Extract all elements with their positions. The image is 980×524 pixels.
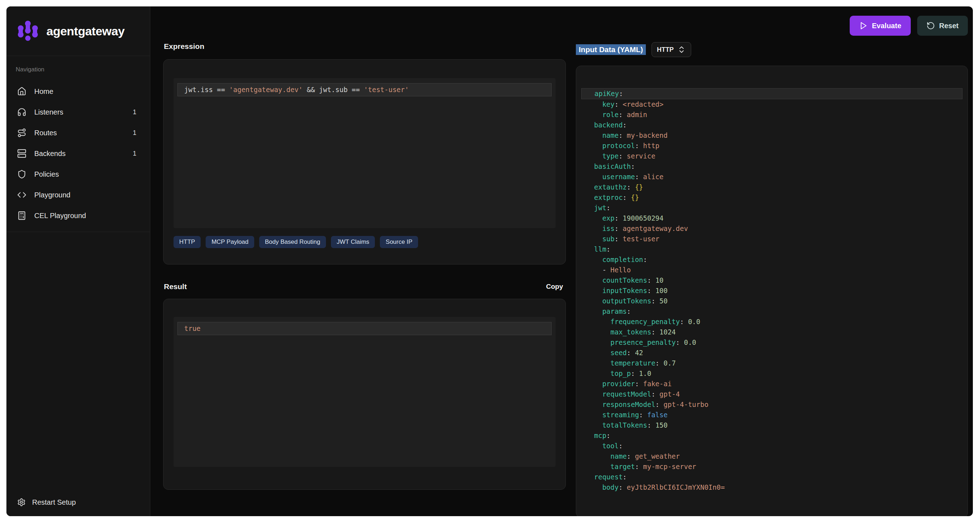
expression-card: jwt.iss == 'agentgateway.dev' && jwt.sub…	[163, 59, 566, 265]
sidebar-item-home[interactable]: Home	[16, 81, 141, 102]
evaluate-button[interactable]: Evaluate	[850, 16, 910, 36]
yaml-editor[interactable]: apiKey: key: <redacted> role: adminbacke…	[576, 88, 967, 492]
yaml-line: iss: agentgateway.dev	[576, 224, 967, 234]
restart-setup-button[interactable]: Restart Setup	[6, 488, 150, 516]
yaml-line: - Hello	[576, 265, 967, 275]
yaml-line: body: eyJtb2RlbCI6ICJmYXN0In0=	[576, 482, 967, 492]
sidebar-item-routes[interactable]: Routes1	[16, 122, 141, 143]
yaml-line: requestModel: gpt-4	[576, 389, 967, 399]
input-type-select[interactable]: HTTP	[652, 42, 691, 57]
expression-editor[interactable]: jwt.iss == 'agentgateway.dev' && jwt.sub…	[173, 78, 555, 228]
preset-http[interactable]: HTTP	[173, 236, 200, 248]
reset-button[interactable]: Reset	[917, 16, 968, 36]
preset-chips: HTTPMCP PayloadBody Based RoutingJWT Cla…	[173, 236, 555, 248]
yaml-line: sub: test-user	[576, 234, 967, 244]
yaml-line: backend:	[576, 120, 967, 130]
sidebar-nav: Navigation HomeListeners1Routes1Backends…	[6, 56, 150, 232]
yaml-line: max_tokens: 1024	[576, 327, 967, 337]
sidebar-item-listeners[interactable]: Listeners1	[16, 102, 141, 122]
sidebar-item-cel-playground[interactable]: CEL Playground	[16, 205, 141, 226]
yaml-line: completion:	[576, 254, 967, 265]
restart-setup-label: Restart Setup	[32, 498, 76, 507]
yaml-line: tool:	[576, 441, 967, 451]
yaml-line: seed: 42	[576, 348, 967, 358]
yaml-line: jwt:	[576, 203, 967, 213]
yaml-line: provider: fake-ai	[576, 379, 967, 389]
content-grid: Expression jwt.iss == 'agentgateway.dev'…	[163, 40, 968, 516]
play-icon	[859, 21, 867, 30]
yaml-line: protocol: http	[576, 141, 967, 151]
result-output[interactable]: true	[173, 317, 555, 467]
preset-source-ip[interactable]: Source IP	[380, 236, 418, 248]
headphones-icon	[17, 108, 26, 117]
input-data-header-row: Input Data (YAML) HTTP	[576, 42, 968, 57]
rotate-ccw-icon	[926, 21, 935, 30]
calculator-icon	[17, 211, 26, 220]
yaml-line: target: my-mcp-server	[576, 462, 967, 472]
shield-icon	[17, 170, 26, 179]
result-value: true	[184, 324, 200, 332]
yaml-line: exp: 1900650294	[576, 213, 967, 224]
result-header-row: Result Copy	[164, 283, 565, 291]
yaml-line: totalTokens: 150	[576, 420, 967, 430]
yaml-line: name: get_weather	[576, 451, 967, 462]
sidebar-item-backends[interactable]: Backends1	[16, 143, 141, 164]
sidebar-item-label: Routes	[34, 129, 57, 137]
sidebar-item-label: Backends	[34, 149, 66, 158]
yaml-line: temperature: 0.7	[576, 358, 967, 368]
yaml-line: countTokens: 10	[576, 275, 967, 286]
screenshot-frame: agentgateway Navigation HomeListeners1Ro…	[0, 0, 980, 524]
result-heading: Result	[164, 283, 187, 291]
sidebar-item-label: Policies	[34, 170, 59, 178]
yaml-line: type: service	[576, 151, 967, 161]
yaml-line: mcp:	[576, 430, 967, 441]
count-badge: 1	[133, 150, 139, 157]
input-type-value: HTTP	[657, 46, 674, 54]
server-icon	[17, 149, 26, 158]
yaml-line: llm:	[576, 244, 967, 254]
yaml-line: frequency_penalty: 0.0	[576, 317, 967, 327]
yaml-line: apiKey:	[581, 88, 963, 99]
yaml-line: extauthz: {}	[576, 182, 967, 192]
yaml-line: top_p: 1.0	[576, 368, 967, 379]
sidebar-item-label: Home	[34, 87, 53, 96]
sidebar-item-policies[interactable]: Policies	[16, 164, 141, 184]
yaml-line: role: admin	[576, 110, 967, 120]
expression-code-line: jwt.iss == 'agentgateway.dev' && jwt.sub…	[177, 83, 552, 96]
right-column: Input Data (YAML) HTTP apiKey: key: <red…	[576, 40, 968, 516]
nav-section-label: Navigation	[16, 66, 141, 73]
yaml-line: inputTokens: 100	[576, 286, 967, 296]
yaml-line: key: <redacted>	[576, 99, 967, 110]
sidebar-item-label: CEL Playground	[34, 212, 86, 220]
count-badge: 1	[133, 129, 139, 137]
preset-jwt-claims[interactable]: JWT Claims	[331, 236, 375, 248]
yaml-card: apiKey: key: <redacted> role: adminbacke…	[576, 66, 968, 516]
app-window: agentgateway Navigation HomeListeners1Ro…	[6, 6, 973, 516]
yaml-line: extproc: {}	[576, 192, 967, 203]
yaml-line: basicAuth:	[576, 161, 967, 172]
sidebar: agentgateway Navigation HomeListeners1Ro…	[6, 6, 150, 516]
sidebar-item-playground[interactable]: Playground	[16, 184, 141, 205]
input-data-heading: Input Data (YAML)	[576, 44, 646, 55]
main-content: Evaluate Reset Expression jwt.iss == 'ag…	[150, 6, 973, 516]
code-icon	[17, 190, 26, 200]
app-logo[interactable]: agentgateway	[6, 6, 150, 56]
agentgateway-logo-icon	[16, 20, 39, 43]
preset-mcp-payload[interactable]: MCP Payload	[206, 236, 254, 248]
yaml-line: request:	[576, 472, 967, 482]
chevrons-up-down-icon	[677, 45, 686, 54]
yaml-line: params:	[576, 306, 967, 317]
nav-items: HomeListeners1Routes1Backends1PoliciesPl…	[16, 81, 141, 226]
yaml-line: outputTokens: 50	[576, 296, 967, 306]
preset-body-based-routing[interactable]: Body Based Routing	[259, 236, 326, 248]
yaml-line: username: alice	[576, 172, 967, 182]
app-title: agentgateway	[46, 24, 125, 38]
yaml-line: name: my-backend	[576, 130, 967, 141]
sidebar-item-label: Playground	[34, 191, 70, 199]
yaml-line: responseModel: gpt-4-turbo	[576, 399, 967, 410]
left-column: Expression jwt.iss == 'agentgateway.dev'…	[163, 40, 566, 490]
copy-button[interactable]: Copy	[544, 283, 565, 291]
expression-heading: Expression	[164, 42, 566, 51]
count-badge: 1	[133, 108, 139, 116]
home-icon	[17, 87, 26, 96]
